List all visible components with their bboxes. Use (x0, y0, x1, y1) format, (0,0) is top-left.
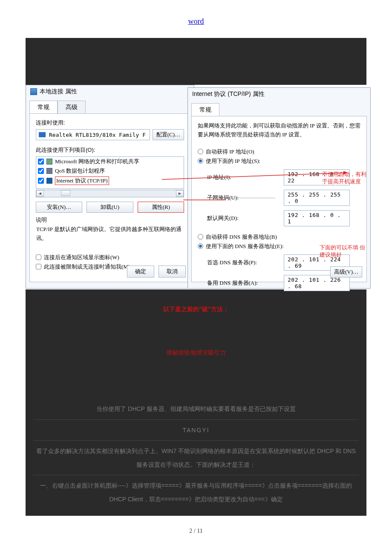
nic-titlebar-icon (30, 88, 37, 95)
printer-share-icon (46, 159, 52, 165)
auto-ip-label: 自动获得 IP 地址(O) (206, 148, 254, 156)
scroll-thumb[interactable] (61, 190, 70, 196)
header-link: word (0, 17, 392, 26)
local-connection-properties-dialog: 本地连接 属性 常规 高级 连接时使用: Realtek RTL8139/810… (26, 85, 194, 289)
titlebar-left: 本地连接 属性 (26, 85, 194, 98)
radio-use-ip[interactable]: 使用下面的 IP 地址(S): (198, 156, 360, 166)
comp1-label: Microsoft 网络的文件和打印机共享 (55, 158, 139, 165)
subnet-mask-field[interactable]: 255 . 255 . 255 . 0 (284, 190, 350, 206)
show-icon-checkbox-row[interactable]: 连接后在通知区域显示图标(W) (36, 254, 184, 261)
desc-label: 说明 (36, 216, 184, 224)
ok-button-left[interactable]: 确定 (127, 266, 154, 278)
component-item-tcpip[interactable]: Internet 协议 (TCP/IP) (36, 176, 184, 186)
cancel-button-left[interactable]: 取消 (159, 266, 186, 278)
title-left: 本地连接 属性 (40, 88, 77, 95)
install-button[interactable]: 安装(N)… (36, 202, 82, 213)
show-icon-checkbox[interactable] (36, 254, 41, 260)
radio-auto-dns[interactable]: 自动获得 DNS 服务器地址(B) (198, 232, 360, 242)
ip-radio-group: 自动获得 IP 地址(O) 使用下面的 IP 地址(S): (198, 147, 360, 166)
tabs-right: 常规 (188, 100, 370, 116)
page-number: 2 / 11 (0, 528, 392, 535)
notify-limited-checkbox[interactable] (36, 264, 41, 269)
dark-divider-1 (33, 419, 359, 420)
checkbox-tcpip[interactable] (38, 178, 44, 184)
adapter-name: Realtek RTL8139/810x Family F (49, 132, 146, 138)
component-item-ms-file-share[interactable]: Microsoft 网络的文件和打印机共享 (36, 157, 184, 166)
tab-general-left[interactable]: 常规 (29, 101, 58, 114)
titlebar-right: Internet 协议 (TCP/IP) 属性 (188, 88, 370, 100)
dark-top-spacer (26, 38, 366, 85)
qos-icon (46, 168, 52, 174)
tab-general-right[interactable]: 常规 (191, 103, 219, 116)
notify-limited-label: 此连接被限制或无连接时通知我(M) (44, 263, 130, 271)
adapter-field: Realtek RTL8139/810x Family F (36, 129, 150, 140)
annotation-speed: 不使用自动，有利于提高开机速度 (322, 171, 366, 185)
radio-use-dns-dot[interactable] (198, 243, 203, 249)
components-scrollbar[interactable]: ◄ ► (36, 190, 184, 197)
dark-article: 以下是之前的"破"方法： 便秘就怪地球没吸引力 当你使用了 DHCP 服务器、组… (26, 289, 366, 516)
dark-heading: 以下是之前的"破"方法： (33, 302, 359, 316)
dark-quote: 便秘就怪地球没吸引力 (166, 349, 226, 356)
dark-divider-2 (33, 440, 359, 441)
comp3-label: Internet 协议 (TCP/IP) (55, 176, 109, 185)
title-right: Internet 协议 (TCP/IP) 属性 (192, 90, 265, 98)
use-ip-label: 使用下面的 IP 地址(S): (206, 157, 260, 165)
radio-use-ip-dot[interactable] (198, 158, 203, 164)
tab-panel-left: 连接时使用: Realtek RTL8139/810x Family F 配置(… (29, 113, 190, 282)
scroll-left-arrow-icon[interactable]: ◄ (36, 190, 44, 197)
desc-text: TCP/IP 是默认的广域网协议。它提供跨越多种互联网络的通讯。 (36, 224, 184, 244)
components-list[interactable]: Microsoft 网络的文件和打印机共享 QoS 数据包计划程序 Intern… (36, 156, 184, 189)
tabs-left: 常规 高级 (26, 98, 194, 113)
radio-auto-dns-dot[interactable] (198, 234, 203, 240)
auto-dns-label: 自动获得 DNS 服务器地址(B) (206, 233, 277, 241)
checkbox-qos[interactable] (38, 168, 44, 174)
dark-step1: 一、右键点击桌面计算机图标----》选择管理项=====》展开服务与应用程序项=… (33, 479, 359, 506)
word-link[interactable]: word (188, 17, 204, 26)
help-text: 如果网络支持此功能，则可以获取自动指派的 IP 设置。否则，您需要从网络系统管理… (198, 121, 360, 139)
nic-icon (39, 132, 46, 137)
configure-button[interactable]: 配置(C)… (153, 129, 184, 140)
dns1-label: 首选 DNS 服务器(P): (207, 259, 275, 266)
dark-divider-3 (33, 475, 359, 475)
connect-using-label: 连接时使用: (36, 119, 184, 127)
radio-auto-ip[interactable]: 自动获得 IP 地址(O) (198, 147, 360, 156)
ip-addr-label: IP 地址(I): (207, 173, 275, 181)
gateway-label: 默认网关(D): (207, 214, 275, 222)
uninstall-button[interactable]: 卸载(U) (86, 202, 133, 213)
uses-items-label: 此连接使用下列项目(O): (36, 146, 184, 154)
tab-panel-right: 如果网络支持此功能，则可以获取自动指派的 IP 设置。否则，您需要从网络系统管理… (191, 116, 367, 282)
tab-advanced-left[interactable]: 高级 (58, 101, 86, 114)
checkbox-ms-share[interactable] (38, 159, 44, 165)
show-icon-label: 连接后在通知区域显示图标(W) (44, 254, 119, 261)
tcpip-properties-dialog: Internet 协议 (TCP/IP) 属性 常规 如果网络支持此功能，则可以… (187, 87, 371, 289)
advanced-button[interactable]: 高级(V)… (330, 266, 362, 278)
properties-button[interactable]: 属性(R) (138, 202, 184, 213)
subnet-mask-label: 子网掩码(U): (207, 194, 275, 202)
component-item-qos[interactable]: QoS 数据包计划程序 (36, 166, 184, 176)
dark-dhcp-line: 当你使用了 DHCP 服务器、组建局域网时确实要看看服务是否已按如下设置 (33, 402, 359, 416)
dark-author: TANGYI (33, 423, 359, 437)
use-dns-label: 使用下面的 DNS 服务器地址(E): (206, 243, 284, 250)
comp2-label: QoS 数据包计划程序 (55, 167, 105, 175)
tcpip-icon (46, 178, 52, 184)
dialogs-container: 本地连接 属性 常规 高级 连接时使用: Realtek RTL8139/810… (26, 85, 366, 289)
scroll-track[interactable] (44, 190, 176, 197)
annotation-fill: 下面的可以不填 但建议填好 (320, 244, 366, 259)
scroll-right-arrow-icon[interactable]: ► (176, 190, 184, 197)
dns2-label: 备用 DNS 服务器(A): (207, 279, 275, 287)
gateway-field[interactable]: 192 . 168 . 0 . 1 (284, 210, 350, 226)
radio-auto-ip-dot[interactable] (198, 149, 203, 154)
dark-para1: 看了众多的解决方法其实都没有解决到点子上。WIN7 不能识别网络的根本原因是在安… (33, 444, 359, 471)
